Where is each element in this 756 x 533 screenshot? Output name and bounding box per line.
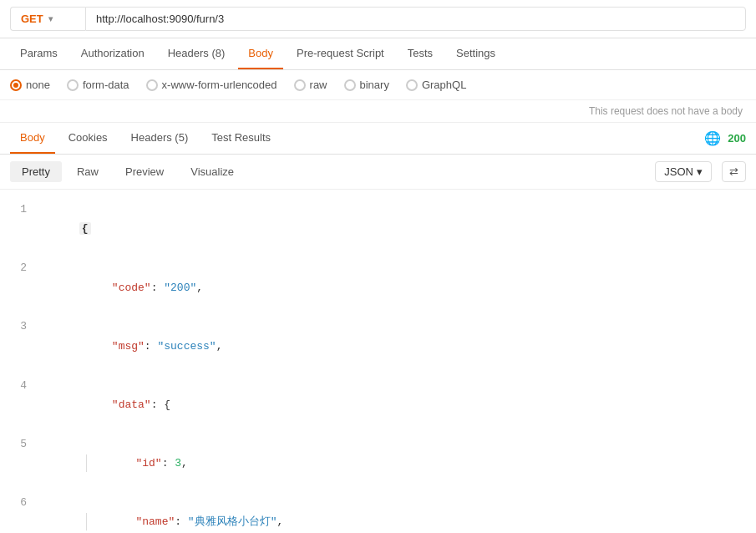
method-label: GET [21, 13, 43, 25]
tab-authorization[interactable]: Authorization [71, 38, 155, 69]
globe-icon: 🌐 [704, 130, 721, 146]
line-content-2: "code": "200", [40, 258, 756, 317]
body-type-graphql-label: GraphQL [422, 79, 466, 91]
tab-settings[interactable]: Settings [446, 38, 505, 69]
tab-tests[interactable]: Tests [398, 38, 443, 69]
view-raw-button[interactable]: Raw [65, 161, 110, 182]
format-selector-value: JSON [664, 165, 693, 178]
radio-binary-dot [344, 79, 356, 91]
tab-pre-request-script[interactable]: Pre-request Script [287, 38, 394, 69]
data-brace-open: { [164, 398, 170, 411]
code-line-4: 4 "data": { [0, 376, 756, 434]
line-content-6: "name": "典雅风格小台灯", [40, 493, 756, 533]
method-chevron-icon: ▾ [48, 14, 53, 23]
response-toolbar: Pretty Raw Preview Visualize JSON ▾ ⇄ [0, 155, 756, 190]
response-tabs: Body Cookies Headers (5) Test Results 🌐 … [0, 123, 756, 155]
key-name: "name" [135, 515, 175, 528]
radio-graphql-dot [406, 79, 418, 91]
response-tab-cookies[interactable]: Cookies [58, 123, 118, 154]
response-tab-headers[interactable]: Headers (5) [121, 123, 199, 154]
key-data: "data" [112, 398, 151, 411]
radio-raw-dot [294, 79, 306, 91]
line-num-2: 2 [0, 258, 40, 277]
view-visualize-button[interactable]: Visualize [179, 161, 246, 182]
radio-urlencoded-dot [146, 79, 158, 91]
body-type-urlencoded-label: x-www-form-urlencoded [162, 79, 277, 91]
url-bar: GET ▾ [0, 0, 756, 38]
line-content-5: "id": 3, [40, 434, 756, 493]
radio-none-dot [10, 79, 22, 91]
format-selector-chevron: ▾ [697, 165, 703, 178]
line-num-3: 3 [0, 317, 40, 336]
line-content-4: "data": { [40, 376, 756, 434]
tab-headers[interactable]: Headers (8) [158, 38, 236, 69]
body-type-form-data-label: form-data [83, 79, 129, 91]
code-view: 1 { 2 "code": "200", 3 "msg": "success",… [0, 190, 756, 533]
body-type-form-data[interactable]: form-data [67, 79, 129, 91]
line-content-1: { [40, 200, 756, 258]
body-type-graphql[interactable]: GraphQL [406, 79, 466, 91]
code-line-1: 1 { [0, 200, 756, 258]
line-num-1: 1 [0, 200, 40, 219]
body-type-none-label: none [26, 79, 50, 91]
wrap-button[interactable]: ⇄ [722, 161, 746, 182]
response-tab-test-results[interactable]: Test Results [201, 123, 281, 154]
key-code: "code" [112, 282, 151, 294]
method-dropdown[interactable]: GET ▾ [10, 7, 85, 31]
tab-params[interactable]: Params [10, 38, 68, 69]
url-input[interactable] [85, 7, 746, 31]
line-content-3: "msg": "success", [40, 317, 756, 375]
no-body-message: This request does not have a body [0, 100, 756, 123]
response-tab-right: 🌐 200 [704, 130, 746, 146]
val-name: "典雅风格小台灯" [188, 515, 277, 528]
body-type-none[interactable]: none [10, 79, 50, 91]
body-type-raw[interactable]: raw [294, 79, 327, 91]
view-pretty-button[interactable]: Pretty [10, 161, 62, 182]
status-badge: 200 [728, 132, 746, 145]
response-tab-body[interactable]: Body [10, 123, 55, 154]
tab-body[interactable]: Body [238, 38, 283, 69]
val-code: "200" [164, 282, 196, 294]
code-line-5: 5 "id": 3, [0, 434, 756, 493]
key-id: "id" [135, 457, 161, 470]
code-line-6: 6 "name": "典雅风格小台灯", [0, 493, 756, 533]
line-num-5: 5 [0, 434, 40, 454]
body-type-row: none form-data x-www-form-urlencoded raw… [0, 70, 756, 100]
key-msg: "msg" [112, 340, 145, 353]
radio-form-data-dot [67, 79, 79, 91]
line-num-6: 6 [0, 493, 40, 512]
format-selector[interactable]: JSON ▾ [655, 161, 712, 182]
body-type-binary-label: binary [360, 79, 389, 91]
val-id: 3 [175, 457, 181, 470]
brace-open: { [79, 222, 91, 235]
request-tabs: Params Authorization Headers (8) Body Pr… [0, 38, 756, 70]
body-type-urlencoded[interactable]: x-www-form-urlencoded [146, 79, 277, 91]
view-preview-button[interactable]: Preview [114, 161, 175, 182]
code-line-3: 3 "msg": "success", [0, 317, 756, 375]
body-type-raw-label: raw [310, 79, 327, 91]
body-type-binary[interactable]: binary [344, 79, 389, 91]
val-msg: "success" [157, 340, 216, 353]
code-line-2: 2 "code": "200", [0, 258, 756, 317]
line-num-4: 4 [0, 376, 40, 395]
